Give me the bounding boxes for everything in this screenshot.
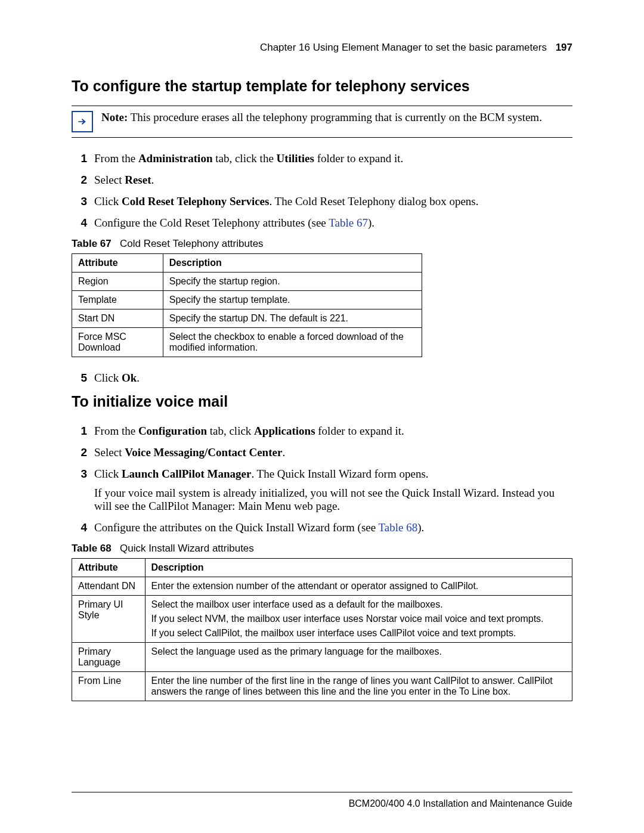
table-cell: Specify the startup template. (163, 291, 422, 309)
table-cell: Primary Language (72, 643, 145, 672)
step-list: 1From the Configuration tab, click Appli… (72, 425, 572, 534)
table-cell: Select the language used as the primary … (145, 643, 572, 672)
step-number: 1 (72, 152, 87, 165)
step-number: 3 (72, 467, 87, 513)
note-body: This procedure erases all the telephony … (128, 111, 542, 123)
step-item: 4Configure the attributes on the Quick I… (72, 521, 572, 534)
step-number: 2 (72, 174, 87, 187)
section-heading: To configure the startup template for te… (72, 78, 572, 95)
page-header: Chapter 16 Using Element Manager to set … (72, 42, 572, 54)
document-page: Chapter 16 Using Element Manager to set … (0, 0, 644, 833)
step-item: 2Select Reset. (72, 174, 572, 187)
table-label: Table 67 (72, 238, 112, 249)
table-cell: Select the mailbox user interface used a… (145, 596, 572, 643)
table-row: Primary UI StyleSelect the mailbox user … (72, 596, 572, 643)
cross-ref-link[interactable]: Table 67 (329, 216, 368, 229)
section-heading: To initialize voice mail (72, 393, 572, 410)
table-cell: Select the checkbox to enable a forced d… (163, 328, 422, 357)
table-68: AttributeDescriptionAttendant DNEnter th… (72, 558, 572, 701)
step-body: Click Ok. (94, 371, 572, 385)
table-header-cell: Attribute (72, 559, 145, 577)
note-text: Note: This procedure erases all the tele… (101, 111, 572, 124)
table-caption: Table 67 Cold Reset Telephony attributes (72, 238, 572, 250)
note-label: Note: (101, 111, 128, 123)
step-item: 1From the Administration tab, click the … (72, 152, 572, 165)
step-body: Click Cold Reset Telephony Services. The… (94, 195, 572, 208)
step-body: Select Reset. (94, 174, 572, 187)
table-title: Quick Install Wizard attributes (120, 543, 254, 554)
table-row: RegionSpecify the startup region. (72, 272, 422, 291)
table-cell: Force MSC Download (72, 328, 163, 357)
step-list: 5Click Ok. (72, 371, 572, 385)
step-body: Click Launch CallPilot Manager. The Quic… (94, 467, 572, 513)
table-row: Attendant DNEnter the extension number o… (72, 577, 572, 596)
step-note: If your voice mail system is already ini… (94, 487, 572, 513)
divider (72, 137, 572, 138)
step-number: 5 (72, 371, 87, 385)
table-67: AttributeDescriptionRegionSpecify the st… (72, 253, 422, 357)
table-row: TemplateSpecify the startup template. (72, 291, 422, 309)
table-cell: Attendant DN (72, 577, 145, 596)
step-number: 4 (72, 521, 87, 534)
page-number: 197 (556, 42, 572, 53)
footer-text: BCM200/400 4.0 Installation and Maintena… (349, 798, 572, 809)
cross-ref-link[interactable]: Table 68 (379, 521, 418, 534)
step-number: 2 (72, 446, 87, 459)
note-box: Note: This procedure erases all the tele… (72, 106, 572, 137)
step-body: Configure the attributes on the Quick In… (94, 521, 572, 534)
step-number: 4 (72, 216, 87, 230)
table-cell: Template (72, 291, 163, 309)
table-label: Table 68 (72, 543, 112, 554)
table-header-cell: Description (163, 254, 422, 272)
table-cell: Primary UI Style (72, 596, 145, 643)
table-header-cell: Attribute (72, 254, 163, 272)
chapter-title: Chapter 16 Using Element Manager to set … (260, 42, 547, 53)
step-body: Configure the Cold Reset Telephony attri… (94, 216, 572, 230)
step-number: 3 (72, 195, 87, 208)
step-item: 5Click Ok. (72, 371, 572, 385)
table-header-cell: Description (145, 559, 572, 577)
arrow-right-icon (72, 111, 93, 132)
table-cell: Region (72, 272, 163, 291)
table-cell: Specify the startup region. (163, 272, 422, 291)
table-caption: Table 68 Quick Install Wizard attributes (72, 543, 572, 555)
step-item: 4Configure the Cold Reset Telephony attr… (72, 216, 572, 230)
step-body: From the Administration tab, click the U… (94, 152, 572, 165)
step-item: 2Select Voice Messaging/Contact Center. (72, 446, 572, 459)
table-row: Start DNSpecify the startup DN. The defa… (72, 309, 422, 328)
step-item: 3Click Launch CallPilot Manager. The Qui… (72, 467, 572, 513)
table-row: Force MSC DownloadSelect the checkbox to… (72, 328, 422, 357)
table-cell: Start DN (72, 309, 163, 328)
table-row: Primary LanguageSelect the language used… (72, 643, 572, 672)
table-cell: Enter the extension number of the attend… (145, 577, 572, 596)
step-item: 1From the Configuration tab, click Appli… (72, 425, 572, 438)
step-list: 1From the Administration tab, click the … (72, 152, 572, 230)
table-cell: Enter the line number of the first line … (145, 672, 572, 701)
step-item: 3Click Cold Reset Telephony Services. Th… (72, 195, 572, 208)
table-row: From LineEnter the line number of the fi… (72, 672, 572, 701)
page-footer: BCM200/400 4.0 Installation and Maintena… (72, 792, 572, 809)
step-number: 1 (72, 425, 87, 438)
table-cell: Specify the startup DN. The default is 2… (163, 309, 422, 328)
step-body: From the Configuration tab, click Applic… (94, 425, 572, 438)
table-cell: From Line (72, 672, 145, 701)
step-body: Select Voice Messaging/Contact Center. (94, 446, 572, 459)
table-title: Cold Reset Telephony attributes (120, 238, 264, 249)
